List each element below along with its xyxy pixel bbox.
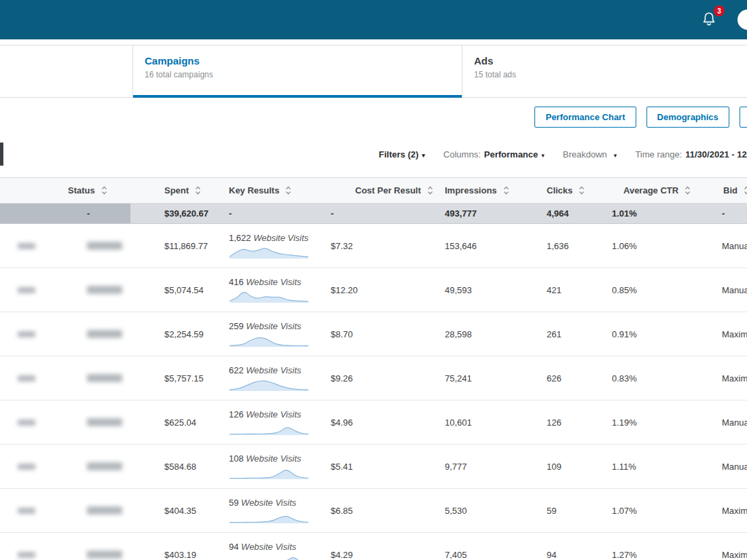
status-dropdown-redacted[interactable] [87, 462, 122, 470]
tab-campaigns[interactable]: Campaigns 16 total campaigns [132, 45, 462, 97]
chevron-down-icon: ▾ [541, 152, 545, 159]
account-avatar[interactable] [737, 10, 747, 30]
spent-cell: $584.68 [130, 445, 223, 489]
campaign-name-cell [0, 400, 60, 445]
status-dropdown-redacted[interactable] [87, 418, 122, 426]
header-clicks[interactable]: Clicks [536, 178, 598, 204]
columns-dropdown[interactable]: Columns:Performance▾ [443, 149, 545, 160]
tab-campaigns-subtitle: 16 total campaigns [145, 70, 462, 79]
spent-cell: $5,757.15 [130, 356, 223, 400]
campaign-name-redacted[interactable] [18, 464, 35, 470]
header-bid[interactable]: Bid [706, 178, 747, 204]
sort-icon [503, 186, 509, 195]
key-results-type: Website Visits [246, 365, 301, 375]
demographics-button[interactable]: Demographics [646, 107, 729, 128]
clicks-cell: 94 [536, 533, 598, 560]
performance-chart-button[interactable]: Performance Chart [534, 107, 636, 128]
campaign-name-redacted[interactable] [18, 552, 35, 558]
filters-dropdown[interactable]: Filters (2)▾ [379, 149, 425, 160]
notifications-button[interactable]: 3 [701, 10, 718, 29]
chevron-down-icon: ▾ [422, 152, 425, 159]
columns-label: Columns: [443, 149, 481, 160]
status-dropdown-redacted[interactable] [87, 286, 122, 294]
sort-icon [744, 186, 747, 195]
spent-cell: $5,074.54 [130, 268, 223, 312]
header-impressions[interactable]: Impressions [440, 178, 536, 204]
campaigns-table: Status Spent Key Results Cost Per Result… [0, 177, 747, 560]
average-ctr-cell: 1.27% [598, 533, 706, 560]
campaign-row[interactable]: $5,074.54416 Website Visits$12.2049,5934… [0, 268, 747, 312]
campaign-name-redacted[interactable] [18, 287, 35, 293]
summary-bid: - [706, 204, 747, 224]
header-label: Clicks [547, 185, 572, 195]
header-key-results[interactable]: Key Results [223, 178, 325, 204]
header-label: Bid [723, 185, 737, 195]
key-results-type: Website Visits [241, 498, 296, 508]
time-range-control[interactable]: Time range:11/30/2021 - 12/9/2021 [635, 149, 747, 160]
impressions-cell: 28,598 [440, 312, 536, 356]
header-status[interactable]: Status [60, 178, 130, 204]
key-results-count: 59 [229, 498, 238, 508]
status-dropdown-redacted[interactable] [87, 330, 122, 338]
bid-cell: Manual [706, 224, 747, 268]
summary-spent: $39,620.67 [130, 204, 223, 224]
campaign-name-cell [0, 268, 60, 312]
key-results-type: Website Visits [246, 453, 301, 464]
campaign-name-redacted[interactable] [18, 375, 35, 381]
campaign-name-cell [0, 312, 60, 356]
header-label: Spent [164, 185, 189, 195]
clicks-cell: 1,636 [536, 224, 598, 268]
campaign-row[interactable]: $404.3559 Website Visits$6.855,530591.07… [0, 489, 747, 533]
clicks-cell: 59 [536, 489, 598, 533]
campaign-name-redacted[interactable] [18, 243, 35, 249]
sparkline-chart [229, 288, 309, 303]
status-cell [60, 445, 130, 489]
cost-per-result-cell: $4.96 [325, 400, 440, 445]
key-results-count: 622 [229, 365, 244, 375]
cost-per-result-cell: $7.32 [325, 224, 440, 268]
key-results-cell: 622 Website Visits [223, 356, 325, 400]
header-cost-per-result[interactable]: Cost Per Result [325, 178, 440, 204]
campaign-name-redacted[interactable] [18, 331, 35, 337]
status-dropdown-redacted[interactable] [87, 550, 122, 559]
campaign-name-redacted[interactable] [18, 508, 35, 514]
average-ctr-cell: 0.85% [598, 268, 706, 312]
average-ctr-cell: 1.07% [598, 489, 706, 533]
campaign-name-cell [0, 533, 60, 560]
status-cell [60, 312, 130, 356]
time-range-value: 11/30/2021 - 12/9/2021 [685, 149, 747, 160]
campaign-row[interactable]: $584.68108 Website Visits$5.419,7771091.… [0, 445, 747, 489]
key-results-cell: 108 Website Visits [223, 445, 325, 489]
header-average-ctr[interactable]: Average CTR [598, 178, 706, 204]
summary-row: - $39,620.67 - - 493,777 4,964 1.01% - [0, 204, 747, 224]
key-results-cell: 416 Website Visits [223, 268, 325, 312]
bid-cell: Maximum [706, 489, 747, 533]
campaign-row[interactable]: $403.1994 Website Visits$4.297,405941.27… [0, 533, 747, 560]
sparkline-chart [229, 553, 309, 560]
key-results-count: 126 [229, 409, 244, 419]
key-results-count: 416 [229, 277, 244, 287]
status-dropdown-redacted[interactable] [87, 374, 122, 382]
campaign-row[interactable]: $5,757.15622 Website Visits$9.2675,24162… [0, 356, 747, 400]
campaign-name-redacted[interactable] [18, 419, 35, 426]
export-button[interactable]: Export [740, 107, 747, 128]
sparkline-chart [229, 421, 309, 436]
campaign-row[interactable]: $2,254.59259 Website Visits$8.7028,59826… [0, 312, 747, 356]
status-cell [60, 489, 130, 533]
campaign-row[interactable]: $11,869.771,622 Website Visits$7.32153,6… [0, 224, 747, 268]
tab-strip-spacer [0, 45, 132, 97]
filter-bar: Filters (2)▾ Columns:Performance▾ Breakd… [0, 142, 747, 166]
key-results-cell: 259 Website Visits [223, 312, 325, 356]
clicks-cell: 126 [536, 400, 598, 445]
status-dropdown-redacted[interactable] [87, 506, 122, 515]
campaign-row[interactable]: $625.04126 Website Visits$4.9610,6011261… [0, 400, 747, 445]
breakdown-dropdown[interactable]: Breakdown▾ [563, 149, 617, 160]
search-input-partial[interactable] [0, 143, 3, 166]
summary-impressions: 493,777 [440, 204, 536, 224]
status-dropdown-redacted[interactable] [87, 242, 122, 250]
table-actions: Performance Chart Demographics Export [0, 107, 747, 128]
header-spent[interactable]: Spent [130, 178, 223, 204]
sparkline-chart [229, 465, 309, 480]
tab-ads[interactable]: Ads 15 total ads [462, 45, 747, 97]
key-results-type: Website Visits [246, 277, 301, 287]
